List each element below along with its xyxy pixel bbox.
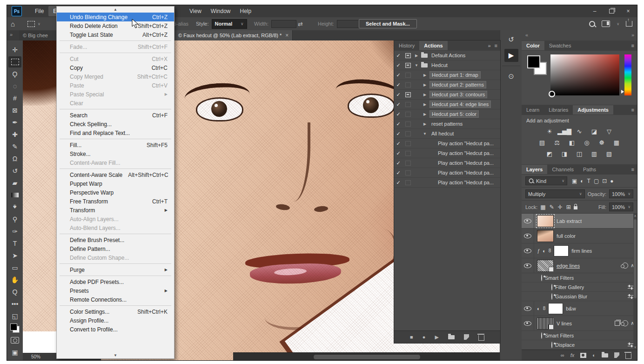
tab-libraries[interactable]: Libraries (544, 105, 573, 115)
menu-item-puppet-warp[interactable]: Puppet Warp (57, 179, 174, 188)
menu-item-content-aware-scale[interactable]: Content-Aware ScaleAlt+Shift+Ctrl+C (57, 170, 174, 179)
brush-tool-icon[interactable]: ✎ (8, 141, 21, 152)
restore-button[interactable] (604, 7, 619, 16)
action-row-play-action-hedcut-pa[interactable]: ✓Play action "Hedcut pa... (394, 178, 500, 188)
dialog-toggle-icon[interactable] (404, 73, 412, 78)
layer-thumbnail[interactable] (537, 230, 554, 242)
menu-item-fade[interactable]: Fade...Shift+Ctrl+F (57, 42, 174, 51)
menu-item-search[interactable]: SearchCtrl+F (57, 111, 174, 120)
posterize-icon[interactable]: ◨ (559, 149, 570, 158)
quick-selection-tool-icon[interactable]: ◌ (8, 81, 21, 92)
height-input[interactable] (337, 20, 362, 28)
menu-item-remote-connections[interactable]: Remote Connections... (57, 295, 174, 304)
menu-help[interactable]: Help (235, 6, 256, 16)
dialog-toggle-icon[interactable] (404, 112, 412, 117)
lock-paint-icon[interactable]: ✎ (550, 204, 554, 210)
delete-layer-icon[interactable] (625, 353, 631, 359)
quick-mask-mode-icon[interactable] (8, 335, 21, 346)
visibility-eye-icon[interactable] (522, 214, 534, 228)
filter-blend-options-icon[interactable] (628, 294, 633, 299)
link-layers-icon[interactable]: ∞ (561, 352, 564, 358)
tab-adjustments[interactable]: Adjustments (573, 105, 613, 115)
color-lookup-icon[interactable]: ▦ (611, 138, 622, 147)
dialog-toggle-icon[interactable] (404, 63, 412, 68)
blend-mode-dropdown[interactable]: Multiply∨ (525, 189, 585, 198)
new-group-icon[interactable] (602, 353, 608, 357)
visibility-eye-icon[interactable] (522, 258, 534, 273)
visibility-eye-icon[interactable] (541, 333, 542, 338)
add-adjustment-icon[interactable]: ◐ (592, 352, 596, 358)
eyedropper-tool-icon[interactable]: ✒ (8, 117, 21, 128)
opacity-dropdown[interactable]: 100%∨ (609, 189, 633, 198)
color-field[interactable] (550, 54, 619, 95)
visibility-eye-icon[interactable] (522, 316, 534, 330)
selective-color-icon[interactable]: ▧ (604, 149, 614, 158)
menu-item-paste[interactable]: PasteCtrl+V (57, 81, 174, 90)
zoom-level[interactable]: 50% (31, 354, 40, 359)
menu-view[interactable]: View (185, 6, 206, 16)
visibility-eye-icon[interactable] (551, 294, 552, 299)
lock-transparency-icon[interactable]: ▦ (540, 204, 545, 210)
threshold-icon[interactable]: ◫ (574, 149, 584, 158)
brightness-contrast-icon[interactable]: ☀ (544, 127, 555, 135)
layer-mask-thumbnail[interactable] (554, 245, 569, 256)
expand-arrow-icon[interactable]: ▶ (422, 93, 428, 97)
hue-slider[interactable] (624, 54, 631, 95)
layer-filter-dropdown[interactable]: Kind∨ (525, 176, 567, 185)
layer-row-lab-extract[interactable]: Lab extract (522, 214, 637, 229)
action-row-hedcut-part-2-patterns[interactable]: ✓▶Hedcut part 2: patterns (394, 80, 500, 90)
menu-item-purge[interactable]: Purge▶ (57, 265, 174, 274)
menu-item-copy-merged[interactable]: Copy MergedShift+Ctrl+C (57, 72, 174, 81)
action-checkmark-icon[interactable]: ✓ (394, 82, 402, 88)
edit-toolbar-ellipsis-icon[interactable]: ••• (8, 298, 21, 310)
tab-layers[interactable]: Layers (522, 165, 547, 174)
tab-color[interactable]: Color (522, 41, 544, 50)
action-row-play-action-hedcut-pa[interactable]: ✓Play action "Hedcut pa... (394, 158, 500, 168)
tab-swatches[interactable]: Swatches (544, 41, 576, 50)
action-row-hedcut-part-5-color[interactable]: ✓▶Hedcut part 5: color (394, 109, 500, 119)
layer-effects-icon[interactable]: fx (570, 352, 575, 358)
lasso-tool-icon[interactable]: Ϙ (8, 68, 21, 80)
visibility-eye-icon[interactable] (541, 275, 542, 281)
action-checkmark-icon[interactable]: ✓ (394, 150, 402, 156)
menu-item-color-settings[interactable]: Color Settings...Shift+Ctrl+K (57, 307, 174, 316)
expand-arrow-icon[interactable]: ▶ (422, 112, 428, 116)
menu-item-auto-align-layers[interactable]: Auto-Align Layers... (57, 215, 174, 223)
menu-item-paste-special[interactable]: Paste Special▶ (57, 90, 174, 99)
action-checkmark-icon[interactable]: ✓ (394, 111, 402, 117)
tab-channels[interactable]: Channels (547, 165, 578, 174)
tool-preset-dropdown[interactable]: ∨ (27, 17, 40, 30)
smart-filter-badge-icon[interactable] (622, 263, 628, 269)
menu-item-redo-delete-action[interactable]: Redo Delete ActionShift+Ctrl+Z (57, 21, 174, 30)
layer-sub-filter-gallery[interactable]: Filter Gallery (522, 283, 637, 292)
vibrance-icon[interactable]: ▽ (604, 127, 614, 135)
filter-blend-options-icon[interactable] (628, 285, 633, 290)
dialog-toggle-icon[interactable] (404, 131, 412, 136)
smart-filter-badge-icon[interactable] (622, 320, 628, 326)
action-checkmark-icon[interactable]: ✓ (394, 131, 402, 137)
menu-item-undo-blending-change[interactable]: Undo Blending ChangeCtrl+Z (57, 13, 174, 21)
dialog-toggle-icon[interactable] (404, 161, 412, 166)
action-checkmark-icon[interactable]: ✓ (394, 141, 402, 147)
menu-item-cut[interactable]: CutCtrl+X (57, 54, 174, 63)
channel-mixer-icon[interactable]: ☸ (597, 138, 607, 147)
menu-item-check-spelling[interactable]: Check Spelling... (57, 120, 174, 128)
pen-tool-icon[interactable]: ✑ (8, 226, 21, 237)
action-checkmark-icon[interactable]: ✓ (394, 53, 402, 59)
panel-menu-icon[interactable]: ≡ (631, 43, 634, 48)
menu-file[interactable]: File (30, 6, 48, 16)
menu-item-define-pattern[interactable]: Define Pattern... (57, 244, 174, 253)
visibility-eye-icon[interactable] (522, 229, 534, 243)
healing-brush-tool-icon[interactable]: ✚ (8, 129, 21, 140)
dialog-toggle-icon[interactable] (404, 82, 412, 88)
tab-close-icon[interactable]: × (285, 32, 288, 39)
action-row-play-action-hedcut-pa[interactable]: ✓Play action "Hedcut pa... (394, 148, 500, 158)
crop-tool-icon[interactable]: # (8, 93, 21, 104)
lock-artboard-icon[interactable]: ⊞ (566, 204, 571, 210)
menu-item-presets[interactable]: Presets▶ (57, 286, 174, 295)
menu-item-auto-blend-layers[interactable]: Auto-Blend Layers... (57, 223, 174, 232)
scrollbar-thumb[interactable] (313, 354, 421, 360)
tab-learn[interactable]: Learn (522, 105, 544, 115)
filter-type-layers-icon[interactable]: T (587, 178, 590, 184)
layer-sub-smart-filters[interactable]: Smart Filters (522, 273, 637, 283)
